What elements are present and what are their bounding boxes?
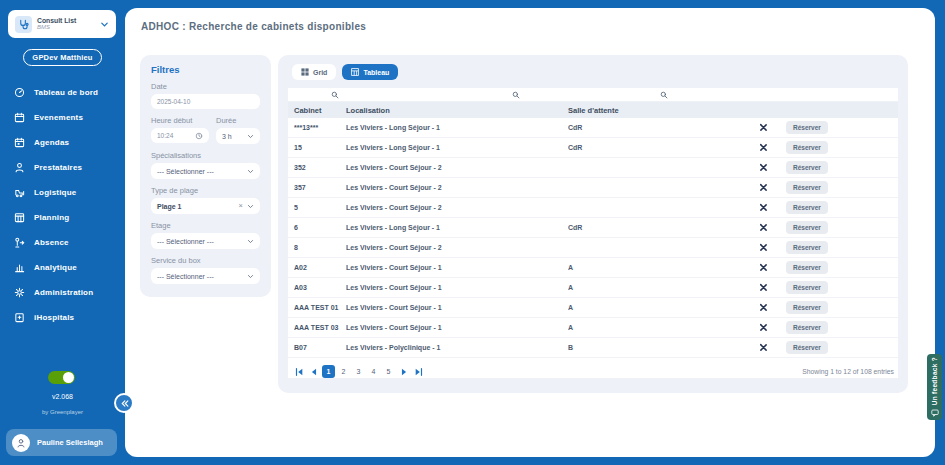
search-salle-input[interactable]: [525, 88, 673, 101]
cell-localisation: Les Viviers - Polyclinique - 1: [346, 344, 568, 351]
page-button-5[interactable]: 5: [382, 365, 395, 378]
column-header-cabinet[interactable]: Cabinet: [288, 106, 346, 115]
gauge-icon: [13, 87, 25, 98]
sidebar-item-label: Administration: [34, 288, 93, 297]
chevron-down-icon: [247, 238, 254, 245]
sidebar-collapse-button[interactable]: [114, 393, 134, 413]
feedback-tab[interactable]: Un feedback ?: [927, 354, 942, 420]
column-search-row: [288, 88, 898, 102]
column-header-salle[interactable]: Salle d'attente: [568, 106, 740, 115]
cell-localisation: Les Viviers - Court Séjour - 2: [346, 164, 568, 171]
reserve-button[interactable]: Réserver: [786, 181, 828, 194]
chevron-down-icon: [100, 20, 109, 29]
reserve-button[interactable]: Réserver: [786, 241, 828, 254]
start-time-input[interactable]: 10:24: [151, 128, 209, 143]
cell-salle: B: [568, 344, 740, 351]
table-row: B07 Les Viviers - Polyclinique - 1 B Rés…: [288, 338, 898, 358]
cell-cabinet: A03: [288, 284, 346, 291]
table-row: 5 Les Viviers - Court Séjour - 2 Réserve…: [288, 198, 898, 218]
cell-cabinet: 352: [288, 164, 346, 171]
reserve-button[interactable]: Réserver: [786, 341, 828, 354]
forklift-icon: [13, 187, 25, 198]
cell-salle: CdR: [568, 224, 740, 231]
range-type-select[interactable]: Plage 1 ×: [151, 198, 260, 214]
table-row: AAA TEST 01 Les Viviers - Court Séjour -…: [288, 298, 898, 318]
page-button-4[interactable]: 4: [367, 365, 380, 378]
reserve-button[interactable]: Réserver: [786, 201, 828, 214]
search-icon: [660, 91, 668, 99]
chevron-down-icon: [247, 168, 254, 175]
cell-localisation: Les Viviers - Court Séjour - 1: [346, 324, 568, 331]
floor-select[interactable]: --- Sélectionner ---: [151, 233, 260, 249]
accessibility-icon: [759, 223, 768, 232]
table-row: 352 Les Viviers - Court Séjour - 2 Réser…: [288, 158, 898, 178]
sidebar-item-tableau-de-bord[interactable]: Tableau de bord: [0, 80, 125, 105]
results-panel: Grid Tableau Cabinet Localisation Salle …: [278, 55, 908, 393]
first-page-button[interactable]: [292, 365, 305, 378]
sidebar-item-label: Logistique: [34, 188, 76, 197]
pagination: 1 2 3 4 5 Showing 1 to 12 of 108 entries: [288, 358, 898, 378]
filters-title: Filtres: [151, 64, 260, 75]
page-button-3[interactable]: 3: [352, 365, 365, 378]
results-table: Cabinet Localisation Salle d'attente ***…: [288, 88, 898, 378]
cell-cabinet: 5: [288, 204, 346, 211]
prev-page-button[interactable]: [307, 365, 320, 378]
consult-list-title: Consult List: [37, 17, 76, 25]
table-header-row: Cabinet Localisation Salle d'attente: [288, 102, 898, 118]
avatar-icon: [12, 434, 30, 452]
accessibility-icon: [759, 283, 768, 292]
next-page-button[interactable]: [397, 365, 410, 378]
specializations-select[interactable]: --- Sélectionner ---: [151, 163, 260, 179]
chevron-down-icon: [247, 133, 254, 140]
box-service-select[interactable]: --- Sélectionner ---: [151, 268, 260, 284]
cell-cabinet: ***13***: [288, 124, 346, 131]
reserve-button[interactable]: Réserver: [786, 161, 828, 174]
toggle-knob: [63, 372, 74, 383]
grid-view-button[interactable]: Grid: [292, 64, 336, 80]
sidebar-item-ihospitals[interactable]: iHospitals: [0, 305, 125, 330]
last-page-button[interactable]: [412, 365, 425, 378]
reserve-button[interactable]: Réserver: [786, 141, 828, 154]
sidebar-item-planning[interactable]: Planning: [0, 205, 125, 230]
view-toggle: Grid Tableau: [292, 64, 898, 80]
sidebar-item-prestataires[interactable]: Prestataires: [0, 155, 125, 180]
person-icon: [13, 162, 25, 173]
reserve-button[interactable]: Réserver: [786, 321, 828, 334]
reserve-button[interactable]: Réserver: [786, 221, 828, 234]
grid-icon: [301, 68, 309, 76]
sidebar-item-agendas[interactable]: Agendas: [0, 130, 125, 155]
current-user[interactable]: Pauline Selleslagh: [6, 429, 117, 456]
column-header-localisation[interactable]: Localisation: [346, 106, 568, 115]
collapse-icon: [120, 399, 129, 408]
cell-salle: A: [568, 304, 740, 311]
search-cabinet-input[interactable]: [288, 88, 344, 101]
consult-list-selector[interactable]: Consult List BMS: [8, 10, 116, 38]
theme-toggle[interactable]: [48, 371, 75, 384]
profile-button[interactable]: GPDev Matthieu: [23, 49, 102, 66]
reserve-button[interactable]: Réserver: [786, 121, 828, 134]
search-localisation-input[interactable]: [344, 88, 525, 101]
reserve-button[interactable]: Réserver: [786, 301, 828, 314]
sidebar-item-logistique[interactable]: Logistique: [0, 180, 125, 205]
sidebar-menu: Tableau de bord Evenements Agendas Prest…: [0, 80, 125, 330]
planning-grid-icon: [13, 212, 25, 223]
date-input[interactable]: 2025-04-10: [151, 94, 260, 109]
cell-salle: A: [568, 284, 740, 291]
gear-icon: [13, 287, 25, 298]
sidebar-item-analytique[interactable]: Analytique: [0, 255, 125, 280]
sidebar-item-evenements[interactable]: Evenements: [0, 105, 125, 130]
accessibility-icon: [759, 163, 768, 172]
page-button-1[interactable]: 1: [322, 365, 335, 378]
bar-chart-icon: [13, 262, 25, 273]
sidebar-item-absence[interactable]: Absence: [0, 230, 125, 255]
clear-selection-icon[interactable]: ×: [239, 202, 243, 210]
reserve-button[interactable]: Réserver: [786, 261, 828, 274]
duration-select[interactable]: 3 h: [216, 128, 260, 144]
cell-cabinet: A02: [288, 264, 346, 271]
table-row: 357 Les Viviers - Court Séjour - 2 Réser…: [288, 178, 898, 198]
sidebar-item-administration[interactable]: Administration: [0, 280, 125, 305]
reserve-button[interactable]: Réserver: [786, 281, 828, 294]
table-view-button[interactable]: Tableau: [342, 64, 398, 80]
specializations-label: Spécialisations: [151, 151, 260, 160]
page-button-2[interactable]: 2: [337, 365, 350, 378]
